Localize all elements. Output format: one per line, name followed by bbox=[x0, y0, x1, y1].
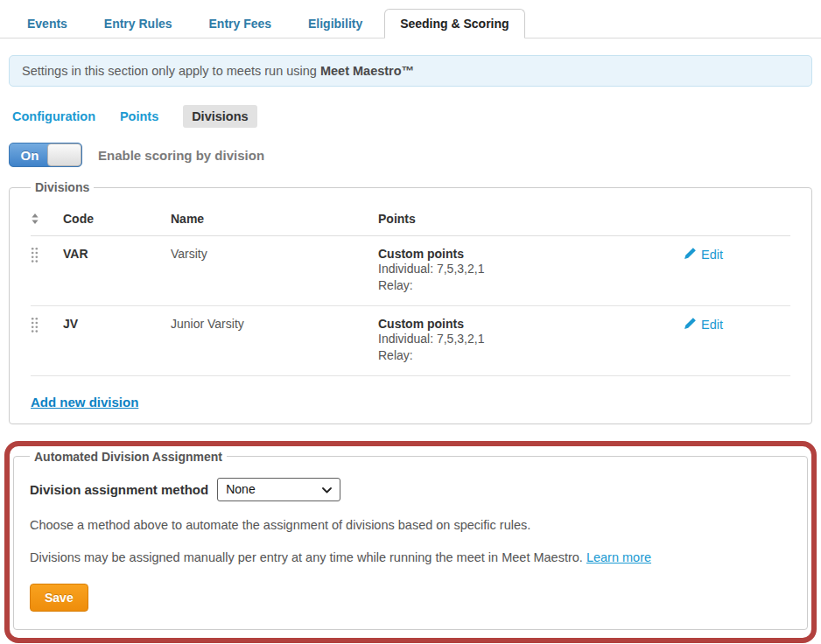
points-relay: Relay: bbox=[378, 277, 684, 294]
method-help-text: Choose a method above to automate the as… bbox=[30, 516, 791, 534]
save-button[interactable]: Save bbox=[30, 584, 88, 612]
red-highlight-annotation: Automated Division Assignment Division a… bbox=[4, 441, 817, 644]
edit-division-button[interactable]: Edit bbox=[684, 317, 723, 332]
table-header-row: Code Name Points bbox=[31, 200, 790, 236]
division-method-select[interactable]: None bbox=[217, 478, 340, 501]
tab-entry-fees[interactable]: Entry Fees bbox=[194, 10, 287, 38]
add-new-division-link[interactable]: Add new division bbox=[31, 395, 138, 410]
pencil-icon bbox=[684, 247, 697, 262]
tab-events[interactable]: Events bbox=[12, 10, 82, 38]
subnav-configuration[interactable]: Configuration bbox=[12, 109, 95, 123]
info-banner: Settings in this section only apply to m… bbox=[9, 55, 812, 87]
points-individual: Individual: 7,5,3,2,1 bbox=[378, 261, 684, 277]
method-row: Division assignment method None bbox=[30, 478, 791, 501]
banner-text: Settings in this section only apply to m… bbox=[22, 64, 320, 78]
edit-label: Edit bbox=[701, 248, 723, 262]
selected-method-value: None bbox=[226, 482, 255, 496]
method-label: Division assignment method bbox=[30, 482, 208, 497]
subnav-divisions[interactable]: Divisions bbox=[183, 105, 256, 128]
pencil-icon bbox=[684, 317, 697, 332]
edit-label: Edit bbox=[701, 318, 723, 332]
automated-division-legend: Automated Division Assignment bbox=[30, 450, 227, 464]
manual-assignment-text: Divisions may be assigned manually per e… bbox=[30, 549, 791, 566]
division-code: JV bbox=[63, 305, 171, 375]
sort-icon[interactable] bbox=[31, 213, 63, 225]
column-header-code: Code bbox=[63, 200, 171, 236]
subnav-points[interactable]: Points bbox=[120, 109, 158, 123]
toggle-description: Enable scoring by division bbox=[98, 148, 264, 163]
tab-seeding-scoring[interactable]: Seeding & Scoring bbox=[384, 9, 524, 38]
top-tab-bar: Events Entry Rules Entry Fees Eligibilit… bbox=[0, 0, 821, 38]
toggle-state-label: On bbox=[10, 144, 50, 166]
divisions-table: Code Name Points VAR Varsity Custom bbox=[31, 200, 790, 376]
chevron-down-icon bbox=[322, 482, 332, 496]
toggle-knob[interactable] bbox=[47, 144, 81, 166]
division-code: VAR bbox=[63, 236, 171, 306]
sub-nav: Configuration Points Divisions bbox=[12, 105, 821, 128]
table-row: JV Junior Varsity Custom points Individu… bbox=[31, 305, 790, 375]
points-type: Custom points bbox=[378, 317, 684, 331]
tab-eligibility[interactable]: Eligibility bbox=[293, 10, 377, 38]
table-row: VAR Varsity Custom points Individual: 7,… bbox=[31, 236, 790, 306]
division-name: Varsity bbox=[171, 236, 378, 306]
tab-entry-rules[interactable]: Entry Rules bbox=[89, 10, 187, 38]
learn-more-link[interactable]: Learn more bbox=[586, 550, 651, 564]
points-relay: Relay: bbox=[378, 347, 684, 364]
divisions-section: Divisions Code Name Points bbox=[9, 180, 812, 424]
manual-assignment-sentence: Divisions may be assigned manually per e… bbox=[30, 550, 583, 564]
points-individual: Individual: 7,5,3,2,1 bbox=[378, 331, 684, 347]
banner-product-name: Meet Maestro™ bbox=[320, 64, 414, 78]
column-header-name: Name bbox=[171, 200, 378, 236]
edit-division-button[interactable]: Edit bbox=[684, 247, 723, 262]
column-header-points: Points bbox=[378, 200, 684, 236]
automated-division-section: Automated Division Assignment Division a… bbox=[13, 450, 808, 631]
divisions-legend: Divisions bbox=[31, 180, 94, 194]
points-type: Custom points bbox=[378, 247, 684, 261]
drag-handle-icon[interactable] bbox=[31, 247, 63, 263]
drag-handle-icon[interactable] bbox=[31, 317, 63, 333]
scoring-toggle-row: On Enable scoring by division bbox=[9, 143, 821, 167]
division-name: Junior Varsity bbox=[171, 305, 378, 375]
division-scoring-toggle[interactable]: On bbox=[9, 143, 82, 167]
